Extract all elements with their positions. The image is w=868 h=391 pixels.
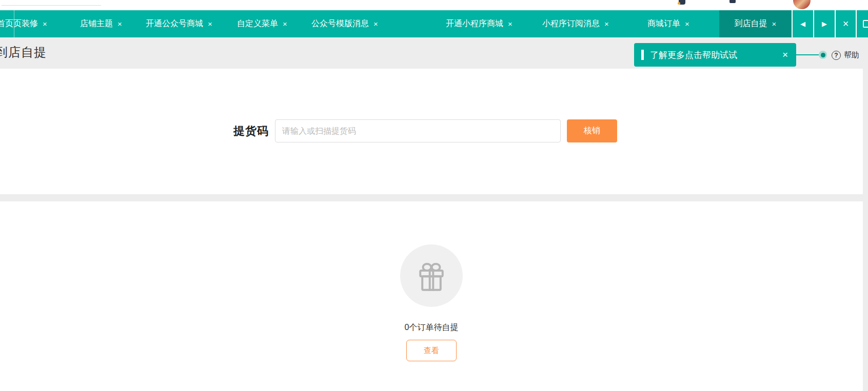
pickup-code-row: 提货码 核销 <box>0 119 857 142</box>
app-window: 首页页装修×店铺主题×开通公众号商城×自定义菜单×公众号模版消息×开通小程序商城… <box>0 0 868 391</box>
tab-close-icon[interactable]: × <box>283 19 287 28</box>
tab-label: 店铺主题 <box>80 18 113 29</box>
tab-bar: 首页页装修×店铺主题×开通公众号商城×自定义菜单×公众号模版消息×开通小程序商城… <box>0 10 868 37</box>
tab-close-icon[interactable]: × <box>43 19 47 28</box>
tab-label: 商城订单 <box>647 18 680 29</box>
pen-icon[interactable] <box>679 0 685 5</box>
tab-close-icon[interactable]: × <box>208 19 212 28</box>
screen-icon[interactable] <box>729 0 736 3</box>
tab-label: 小程序订阅消息 <box>542 18 600 29</box>
tab-close-icon[interactable]: × <box>604 19 609 28</box>
banner-connector-line <box>796 54 820 55</box>
tab-item[interactable]: 小程序订阅消息× <box>542 10 609 37</box>
tabs-scroll-right-button[interactable]: ▶ <box>813 10 835 37</box>
tabs-close-all-button[interactable]: × <box>835 10 856 37</box>
tab-close-icon[interactable]: × <box>373 19 378 28</box>
tab-label: 页装修 <box>13 18 38 29</box>
pending-orders-card: 0个订单待自提 查看 <box>0 201 863 391</box>
gift-icon <box>400 244 463 307</box>
tabs-expand-button[interactable] <box>856 10 868 37</box>
pickup-code-label: 提货码 <box>233 124 269 139</box>
tab-item[interactable]: 页装修× <box>13 10 47 37</box>
tab-item[interactable]: 开通小程序商城× <box>446 10 512 37</box>
tab-label: 到店自提 <box>735 18 767 29</box>
tab-close-icon[interactable]: × <box>508 19 512 28</box>
tab-label: 开通小程序商城 <box>446 18 503 29</box>
banner-text: 了解更多点击帮助试试 <box>650 49 782 61</box>
banner-connector-dot <box>819 51 827 59</box>
help-tooltip-banner: 了解更多点击帮助试试 × <box>634 43 796 67</box>
help-link[interactable]: ? 帮助 <box>832 50 859 60</box>
empty-state: 0个订单待自提 查看 <box>0 201 863 361</box>
tab-item[interactable]: 店铺主题× <box>80 10 122 37</box>
pending-orders-count: 0个订单待自提 <box>0 322 863 333</box>
tab-item[interactable]: 首页 <box>0 10 13 37</box>
help-link-label: 帮助 <box>844 50 859 60</box>
tab-close-icon[interactable]: × <box>117 19 122 28</box>
banner-close-icon[interactable]: × <box>782 49 788 60</box>
view-orders-button[interactable]: 查看 <box>406 340 457 361</box>
tab-item[interactable]: 自定义菜单× <box>237 10 287 37</box>
pickup-code-card: 提货码 核销 <box>0 69 863 194</box>
tab-item[interactable]: 商城订单× <box>647 10 689 37</box>
tab-item[interactable]: 公众号模版消息× <box>311 10 378 37</box>
user-avatar[interactable] <box>793 0 811 9</box>
tab-item-active[interactable]: 到店自提× <box>719 10 792 37</box>
tab-label: 公众号模版消息 <box>311 18 369 29</box>
tab-label: 自定义菜单 <box>237 18 278 29</box>
top-strip <box>0 0 868 10</box>
verify-button[interactable]: 核销 <box>567 119 617 142</box>
question-circle-icon: ? <box>832 51 841 60</box>
pickup-code-input[interactable] <box>275 119 561 142</box>
tab-item[interactable]: 开通公众号商城× <box>146 10 212 37</box>
clipped-toolbar-divider <box>2 5 101 6</box>
tab-close-icon[interactable]: × <box>772 19 777 28</box>
tab-close-icon[interactable]: × <box>685 19 689 28</box>
tab-label: 首页 <box>0 18 13 29</box>
banner-marker <box>641 50 644 60</box>
tab-label: 开通公众号商城 <box>146 18 203 29</box>
page-title: 到店自提 <box>0 44 47 60</box>
expand-icon <box>863 20 868 28</box>
tabs-scroll-left-button[interactable]: ◀ <box>792 10 813 37</box>
